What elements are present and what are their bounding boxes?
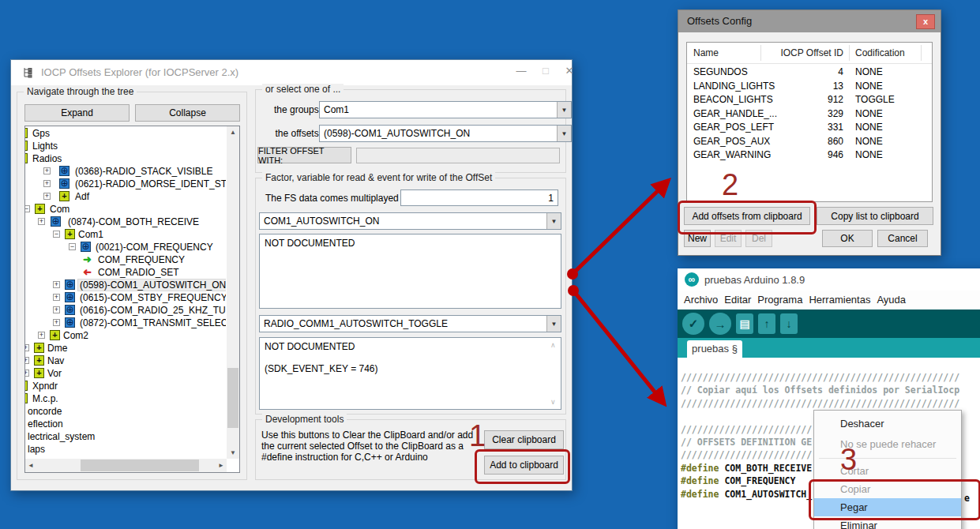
tree-item[interactable]: ++Com2 — [25, 329, 226, 342]
tree-item[interactable]: ➜COM_FREQUENCY — [25, 253, 226, 266]
tree-item[interactable]: +⊕(0615)-COM_STBY_FREQUENCY — [25, 291, 226, 304]
expand-toggle-icon[interactable]: + — [53, 306, 60, 313]
scroll-down-icon[interactable]: ∨ — [550, 398, 556, 406]
collapse-toggle-icon[interactable]: − — [25, 205, 30, 212]
table-row[interactable]: GEAR_POS_LEFT331NONE — [687, 120, 932, 134]
minimize-button[interactable]: — — [513, 65, 530, 81]
tree-item[interactable]: +Radios — [25, 152, 226, 165]
upload-button[interactable]: → — [709, 313, 731, 335]
tree-item[interactable]: +⊕(0874)-COM_BOTH_RECEIVE — [25, 216, 226, 228]
menu-archivo[interactable]: Archivo — [684, 294, 718, 306]
offsets-dropdown[interactable]: (0598)-COM1_AUTOSWITCH_ON ▼ — [319, 125, 572, 142]
filter-input[interactable] — [356, 148, 560, 163]
close-button[interactable]: ✕ — [561, 65, 578, 81]
offsets-tree[interactable]: +Gps+Lights+Radios+⊕(0368)-RADIO_STACK_V… — [24, 126, 240, 473]
expand-toggle-icon[interactable]: + — [25, 370, 29, 377]
expand-toggle-icon[interactable]: + — [38, 218, 45, 225]
tree-item[interactable]: ++Adf — [25, 190, 226, 203]
table-row[interactable]: GEAR_POS_AUX860NONE — [687, 134, 932, 148]
menu-ayuda[interactable]: Ayuda — [877, 294, 906, 306]
tree-item[interactable]: ++Nav — [25, 355, 226, 367]
expand-toggle-icon[interactable]: + — [43, 167, 51, 174]
chevron-down-icon[interactable]: ▼ — [546, 316, 561, 332]
menu-item-pegar[interactable]: Pegar — [814, 498, 961, 516]
chevron-down-icon[interactable]: ▼ — [546, 213, 561, 229]
collapse-toggle-icon[interactable]: − — [53, 231, 60, 238]
close-icon[interactable]: x — [916, 14, 935, 29]
chevron-down-icon[interactable]: ▼ — [557, 102, 571, 118]
scroll-down-icon[interactable]: ▼ — [227, 449, 239, 456]
tree-item[interactable]: +⊕(0368)-RADIO_STACK_VISIBLE — [25, 165, 226, 178]
expand-toggle-icon[interactable]: + — [53, 281, 60, 288]
read-doc-textarea[interactable]: NOT DOCUMENTED — [259, 234, 561, 309]
clear-clipboard-button[interactable]: Clear clipboard — [484, 430, 564, 449]
table-row[interactable]: SEGUNDOS4NONE — [687, 65, 932, 79]
edit-button[interactable]: Edit — [715, 230, 742, 247]
menu-item-no-se-puede-rehacer[interactable]: No se puede rehacer — [814, 434, 961, 455]
table-row[interactable]: GEAR_HANDLE_...329NONE — [687, 107, 932, 121]
tree-item[interactable]: +⊕(0621)-RADIO_MORSE_IDENT_STATES — [25, 178, 226, 190]
menu-editar[interactable]: Editar — [724, 294, 751, 306]
tree-item[interactable]: +⊕(0598)-COM1_AUTOSWITCH_ON — [25, 279, 226, 291]
menu-herramientas[interactable]: Herramientas — [809, 294, 870, 306]
verify-button[interactable]: ✓ — [682, 313, 704, 335]
tree-item[interactable]: +⊕(0872)-COM1_TRANSMIT_SELECT — [25, 317, 226, 329]
expand-button[interactable]: Expand — [24, 104, 130, 122]
tree-item[interactable]: ++Dme — [25, 342, 226, 355]
tree-vertical-scrollbar[interactable]: ▲ ▼ — [227, 126, 239, 459]
expand-toggle-icon[interactable]: + — [43, 180, 51, 187]
tree-item[interactable]: +Lights — [25, 140, 226, 152]
scroll-up-icon[interactable]: ∧ — [550, 341, 556, 349]
scroll-right-icon[interactable]: ► — [218, 462, 224, 469]
tree-item[interactable]: oncorde — [25, 405, 226, 418]
scrollbar-thumb[interactable] — [81, 460, 199, 471]
tree-item[interactable]: ➜COM_RADIO_SET — [25, 266, 226, 279]
cancel-button[interactable]: Cancel — [877, 230, 928, 247]
expand-toggle-icon[interactable]: + — [38, 332, 45, 339]
tree-item[interactable]: −⊕(0021)-COM_FREQUENCY — [25, 241, 226, 253]
open-button[interactable]: ↑ — [758, 313, 775, 334]
tree-item[interactable]: −+Com1 — [25, 228, 226, 241]
scrollbar-thumb[interactable] — [227, 368, 238, 428]
tree-item[interactable]: eflection — [25, 418, 226, 430]
tree-item[interactable]: +Xpndr — [25, 380, 226, 392]
collapse-toggle-icon[interactable]: − — [69, 243, 76, 250]
tree-item[interactable]: −+Com — [25, 203, 226, 216]
menu-item-eliminar[interactable]: Eliminar — [814, 516, 961, 529]
read-variable-dropdown[interactable]: COM1_AUTOSWITCH_ON ▼ — [259, 212, 561, 230]
offsets-table[interactable]: Name IOCP Offset ID Codification SEGUNDO… — [686, 42, 933, 202]
scroll-up-icon[interactable]: ▲ — [227, 129, 239, 136]
menu-programa[interactable]: Programa — [757, 294, 802, 306]
expand-toggle-icon[interactable]: + — [53, 294, 60, 301]
table-row[interactable]: LANDING_LIGHTS13NONE — [687, 79, 932, 93]
tree-item[interactable]: lectrical_system — [25, 430, 226, 443]
del-button[interactable]: Del — [745, 230, 772, 247]
new-button[interactable]: New — [684, 230, 711, 247]
new-sketch-button[interactable]: ▤ — [736, 313, 753, 334]
tree-horizontal-scrollbar[interactable]: ◄ ► — [25, 459, 227, 472]
groups-dropdown[interactable]: Com1 ▼ — [319, 101, 572, 118]
table-row[interactable]: BEACON_LIGHTS912TOGGLE — [687, 92, 932, 107]
tree-item[interactable]: laps — [25, 443, 226, 456]
menu-item-copiar[interactable]: Copiar — [814, 480, 961, 498]
expand-toggle-icon[interactable]: + — [53, 319, 60, 326]
tree-item[interactable]: +⊕(0616)-COM_RADIO_25_KHZ_TUNABI — [25, 304, 226, 317]
expand-toggle-icon[interactable]: + — [43, 193, 51, 200]
menu-item-cortar[interactable]: Cortar — [814, 462, 961, 480]
tree-item[interactable]: ++Vor — [25, 367, 226, 380]
add-to-clipboard-button[interactable]: Add to clipboard — [484, 456, 564, 475]
copy-list-to-clipboard-button[interactable]: Copy list to clipboard — [817, 207, 933, 225]
tree-item[interactable]: +M.c.p. — [25, 392, 226, 405]
ok-button[interactable]: OK — [822, 230, 873, 247]
tab-pruebas[interactable]: pruebas § — [687, 340, 742, 358]
filter-offset-button[interactable]: FILTER OFFSET WITH: — [257, 147, 351, 163]
expand-toggle-icon[interactable]: + — [25, 357, 29, 364]
multiply-input[interactable]: 1 — [400, 189, 558, 206]
add-offsets-from-clipboard-button[interactable]: Add offsets from clipboard — [684, 207, 810, 225]
write-doc-textarea[interactable]: NOT DOCUMENTED (SDK_EVENT_KEY = 746) — [259, 337, 561, 410]
expand-toggle-icon[interactable]: + — [25, 344, 29, 351]
maximize-button[interactable]: □ — [537, 65, 554, 81]
write-event-dropdown[interactable]: RADIO_COMM1_AUTOSWITCH_TOGGLE ▼ — [259, 315, 561, 332]
collapse-button[interactable]: Collapse — [135, 104, 240, 122]
chevron-down-icon[interactable]: ▼ — [557, 126, 571, 141]
